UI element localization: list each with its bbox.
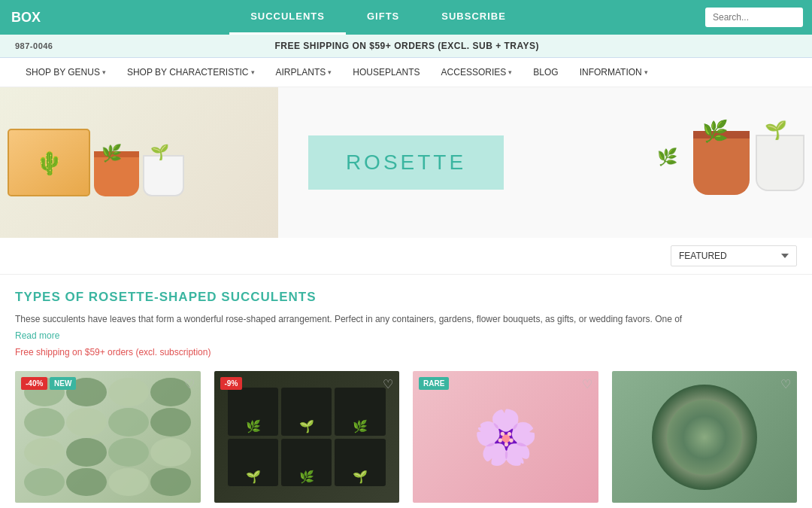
- succulent-grid-image: [24, 378, 191, 497]
- secondary-navigation: SHOP BY GENUS ▾ SHOP BY CHARACTERISTIC ▾…: [0, 58, 812, 87]
- free-shipping-note: Free shipping on $59+ orders (excl. subs…: [15, 347, 797, 357]
- tab-subscribe[interactable]: SUBSCRIBE: [420, 0, 527, 35]
- sort-bar: FEATURED PRICE: LOW TO HIGH PRICE: HIGH …: [0, 238, 812, 275]
- shipping-bar: 987-0046 FREE SHIPPING ON $59+ ORDERS (E…: [0, 35, 812, 58]
- search-area: [696, 2, 812, 33]
- nav-blog[interactable]: BLOG: [523, 58, 568, 87]
- moonstone-image: 🌸: [473, 406, 538, 468]
- wishlist-button-3[interactable]: ♡: [582, 377, 592, 391]
- chevron-down-icon: ▾: [251, 68, 255, 76]
- nav-accessories[interactable]: ACCESSORIES ▾: [431, 58, 523, 87]
- site-logo[interactable]: BOX: [0, 2, 60, 33]
- nav-shop-by-genus[interactable]: SHOP BY GENUS ▾: [15, 58, 117, 87]
- shipping-message: FREE SHIPPING ON $59+ ORDERS (EXCL. SUB …: [274, 41, 539, 51]
- chevron-down-icon: ▾: [102, 68, 106, 76]
- hero-white-pot: [756, 135, 804, 191]
- tab-gifts[interactable]: GIFTS: [346, 0, 420, 35]
- hero-title: ROSETTE: [346, 151, 466, 175]
- products-grid: -40% NEW ♡ ROSETTE SUCCULENT WEDDING AND…: [15, 371, 797, 508]
- hero-orange-pot: [693, 131, 750, 195]
- hero-right-image: [534, 87, 812, 238]
- chevron-down-icon: ▾: [508, 68, 512, 76]
- product-card-1[interactable]: -40% NEW ♡ ROSETTE SUCCULENT WEDDING AND…: [15, 371, 201, 508]
- search-input[interactable]: [705, 8, 803, 27]
- product-card-3[interactable]: 🌸 RARE ♡ MOONSTONES PACHYPHYTUM ★ ★ ★ ★ …: [413, 371, 598, 508]
- nav-houseplants[interactable]: HOUSEPLANTS: [342, 58, 430, 87]
- chevron-down-icon: ▾: [328, 68, 332, 76]
- wishlist-button-4[interactable]: ♡: [780, 377, 791, 391]
- nav-airplants[interactable]: AIRPLANTS ▾: [265, 58, 343, 87]
- hero-title-block: ROSETTE: [308, 135, 504, 190]
- section-title: TYPES OF ROSETTE-SHAPED SUCCULENTS: [15, 290, 797, 305]
- top-navigation: BOX SUCCULENTS GIFTS SUBSCRIBE: [0, 0, 812, 35]
- product-image-1: -40% NEW ♡: [15, 371, 201, 503]
- new-badge: NEW: [50, 377, 76, 390]
- discount-badge: -40%: [21, 377, 47, 390]
- product-image-3: 🌸 RARE ♡: [413, 371, 598, 503]
- succulent-box: [8, 129, 90, 196]
- hero-left-image: [0, 87, 278, 238]
- wishlist-button[interactable]: ♡: [184, 377, 195, 391]
- white-pot: [143, 155, 184, 196]
- product-box-illustration: [8, 129, 184, 196]
- product-image-4: ♡: [612, 371, 798, 503]
- main-tab-bar: SUCCULENTS GIFTS SUBSCRIBE: [60, 0, 696, 35]
- discount-badge-2: -9%: [220, 377, 243, 390]
- small-plant-decor: [657, 148, 687, 178]
- wishlist-button-2[interactable]: ♡: [383, 377, 393, 391]
- rare-badge: RARE: [419, 377, 449, 390]
- product-card-2[interactable]: 🌿 🌱 🌿 🌱 🌿 🌱 -9% ♡ ECHEVERIA SUCCULENT 2"…: [214, 371, 400, 508]
- nav-shop-by-characteristic[interactable]: SHOP BY CHARACTERISTIC ▾: [117, 58, 265, 87]
- chevron-down-icon: ▾: [644, 68, 648, 76]
- orange-pot: [94, 151, 139, 196]
- echeveria-pack-image: 🌿 🌱 🌿 🌱 🌿 🌱: [228, 388, 386, 486]
- nav-information[interactable]: INFORMATION ▾: [569, 58, 659, 87]
- tab-succulents[interactable]: SUCCULENTS: [229, 0, 346, 35]
- sort-select[interactable]: FEATURED PRICE: LOW TO HIGH PRICE: HIGH …: [671, 245, 797, 266]
- hero-banner: ROSETTE: [0, 87, 812, 238]
- phone-number: 987-0046: [6, 41, 53, 50]
- product-card-4[interactable]: ♡ SEMPERVIVUM CALCAREUM ★ ★ ★ ★ ★ 64 rev…: [612, 371, 798, 508]
- sempervivum-image: [652, 385, 757, 490]
- read-more-link[interactable]: Read more: [15, 330, 59, 341]
- main-content: TYPES OF ROSETTE-SHAPED SUCCULENTS These…: [0, 275, 812, 508]
- section-description: These succulents have leaves that form a…: [15, 312, 797, 327]
- product-image-2: 🌿 🌱 🌿 🌱 🌿 🌱 -9% ♡: [214, 371, 400, 503]
